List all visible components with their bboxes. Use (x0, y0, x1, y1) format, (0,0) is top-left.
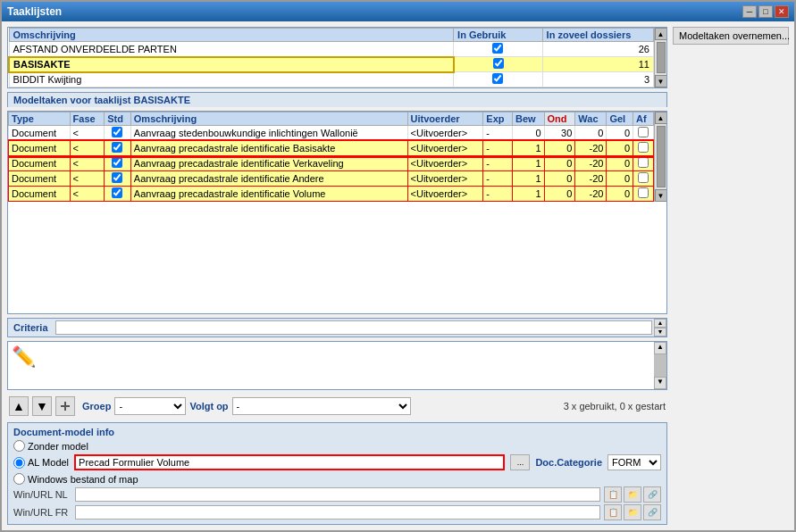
criteria-scroll-up[interactable]: ▲ (654, 319, 666, 328)
doc-model-title: Document-model info (13, 427, 661, 437)
ingebruik-check-3[interactable] (492, 73, 503, 84)
modeltaken-section: Type Fase Std Omschrijving Uitvoerder Ex… (7, 111, 667, 314)
win-url-fr-label: Win/URL FR (13, 507, 71, 518)
tasklist-scrollbar[interactable]: ▲ ▼ (654, 28, 666, 87)
modeltaken-header: Modeltaken voor taaklijst BASISAKTE (7, 92, 667, 107)
windows-radio-label[interactable]: Windows bestand of map (13, 473, 138, 485)
win-url-nl-row: Win/URL NL 📋 📁 🔗 (13, 486, 661, 503)
windows-label-row: Windows bestand of map (13, 473, 661, 485)
table-row[interactable]: AFSTAND ONVERDEELDE PARTEN 26 (9, 42, 654, 57)
criteria-label: Criteria (8, 320, 54, 335)
col-ingebruik-header: In Gebruik (454, 29, 543, 42)
col-omschrijving-header: Omschrijving (9, 29, 454, 42)
main-content: Omschrijving In Gebruik In zoveel dossie… (2, 21, 794, 530)
col-af-header: Af (633, 112, 654, 126)
win-url-fr-input[interactable] (75, 505, 600, 520)
table-row[interactable]: Document < Aanvraag precadastrale identi… (9, 156, 654, 171)
modeltaken-overnemen-button[interactable]: Modeltaken overnemen... (673, 27, 789, 45)
col-omschrijving2-header: Omschrijving (130, 112, 407, 126)
win-url-fr-btn2[interactable]: 📁 (624, 504, 641, 520)
zonder-model-radio[interactable] (13, 440, 25, 452)
wrench-icon (59, 400, 71, 412)
al-model-label: AL Model (28, 457, 69, 468)
scroll-up-btn[interactable]: ▲ (655, 28, 667, 40)
right-panel: Modeltaken overnemen... (673, 27, 789, 525)
usage-info: 3 x gebruikt, 0 x gestart (564, 401, 666, 411)
modeltaken-scroll-down[interactable]: ▼ (655, 189, 667, 202)
al-model-row: AL Model ... Doc.Categorie FORM (13, 454, 661, 470)
doc-model-section: Document-model info Zonder model AL Mode… (7, 422, 667, 525)
doc-categorie-select[interactable]: FORM (607, 454, 661, 470)
tasklist-section: Omschrijving In Gebruik In zoveel dossie… (7, 27, 667, 88)
win-url-nl-btn3[interactable]: 🔗 (643, 486, 661, 503)
drawing-area: ✏️ ▲ ▼ (7, 341, 667, 390)
volgt-op-select[interactable]: - (232, 397, 411, 415)
left-panel: Omschrijving In Gebruik In zoveel dossie… (7, 27, 667, 525)
win-url-fr-row: Win/URL FR 📋 📁 🔗 (13, 504, 661, 520)
drawing-scroll-thumb[interactable] (654, 354, 666, 377)
modeltaken-table: Type Fase Std Omschrijving Uitvoerder Ex… (8, 112, 654, 202)
settings-button[interactable] (55, 396, 75, 416)
close-button[interactable]: ✕ (775, 5, 789, 18)
win-url-fr-buttons: 📋 📁 🔗 (604, 504, 661, 520)
titlebar: Taaklijsten ─ □ ✕ (2, 2, 794, 21)
col-fase-header: Fase (70, 112, 105, 126)
drawing-scroll-down[interactable]: ▼ (654, 377, 666, 389)
table-row[interactable]: BIDDIT Kwijting 3 (9, 72, 654, 87)
al-model-radio-label[interactable]: AL Model (13, 457, 69, 469)
table-row[interactable]: Document < Aanvraag precadastrale identi… (9, 187, 654, 202)
modeltaken-scroll-thumb[interactable] (657, 126, 666, 187)
col-exp-header: Exp (483, 112, 513, 126)
criteria-input[interactable] (55, 320, 652, 335)
table-row[interactable]: BASISAKTE 11 (9, 57, 654, 72)
svg-rect-1 (64, 402, 66, 411)
win-url-fr-btn3[interactable]: 🔗 (643, 504, 661, 520)
al-model-radio[interactable] (13, 457, 25, 469)
maximize-button[interactable]: □ (758, 5, 773, 18)
criteria-scroll-down[interactable]: ▼ (654, 328, 666, 337)
table-row[interactable]: Document < Aanvraag precadastrale identi… (9, 141, 654, 156)
drawing-scrollbar: ▲ ▼ (654, 342, 666, 389)
windows-label: Windows bestand of map (28, 474, 138, 485)
ingebruik-check-1[interactable] (492, 43, 503, 54)
scroll-down-btn[interactable]: ▼ (655, 75, 667, 87)
window-title: Taaklijsten (7, 5, 62, 18)
col-type-header: Type (9, 112, 71, 126)
col-ond-header: Ond (544, 112, 575, 126)
table-row[interactable]: Document < Aanvraag precadastrale identi… (9, 171, 654, 187)
minimize-button[interactable]: ─ (742, 5, 757, 18)
windows-radio[interactable] (13, 473, 25, 485)
win-url-fr-btn1[interactable]: 📋 (604, 504, 622, 520)
pencil-icon: ✏️ (12, 345, 36, 369)
zonder-model-radio-label[interactable]: Zonder model (13, 440, 88, 452)
win-url-nl-buttons: 📋 📁 🔗 (604, 486, 661, 503)
scroll-thumb[interactable] (657, 42, 666, 73)
ingebruik-check-2[interactable] (493, 58, 504, 69)
bottom-toolbar: ▲ ▼ Groep - Volgt op - 3 x gebruikt, 0 x… (7, 394, 667, 419)
move-up-button[interactable]: ▲ (9, 396, 29, 416)
al-model-browse-btn[interactable]: ... (510, 454, 530, 470)
win-url-nl-input[interactable] (75, 487, 600, 502)
volgt-op-label: Volgt op (189, 401, 228, 411)
col-dossiers-header: In zoveel dossiers (542, 29, 653, 42)
modeltaken-scroll-up[interactable]: ▲ (655, 112, 667, 124)
tasklist-table: Omschrijving In Gebruik In zoveel dossie… (8, 28, 654, 87)
modeltaken-scrollbar[interactable]: ▲ ▼ (654, 112, 666, 202)
table-row[interactable]: Document < Aanvraag stedenbouwkundige in… (9, 126, 654, 141)
titlebar-controls: ─ □ ✕ (742, 5, 789, 18)
drawing-scroll-up[interactable]: ▲ (654, 342, 666, 354)
main-window: Taaklijsten ─ □ ✕ Omschrijving In Gebrui… (0, 0, 796, 532)
doc-model-radio-row: Zonder model (13, 440, 661, 452)
win-url-nl-btn1[interactable]: 📋 (604, 486, 622, 503)
zonder-model-label: Zonder model (28, 441, 88, 452)
win-url-nl-btn2[interactable]: 📁 (624, 486, 641, 503)
col-gel-header: Gel (607, 112, 633, 126)
win-url-nl-label: Win/URL NL (13, 489, 71, 500)
move-down-button[interactable]: ▼ (32, 396, 52, 416)
col-wac-header: Wac (575, 112, 607, 126)
col-uitvoerder-header: Uitvoerder (407, 112, 483, 126)
al-model-input[interactable] (74, 454, 505, 470)
col-std-header: Std (105, 112, 131, 126)
col-bew-header: Bew (512, 112, 544, 126)
groep-select[interactable]: - (114, 397, 186, 415)
